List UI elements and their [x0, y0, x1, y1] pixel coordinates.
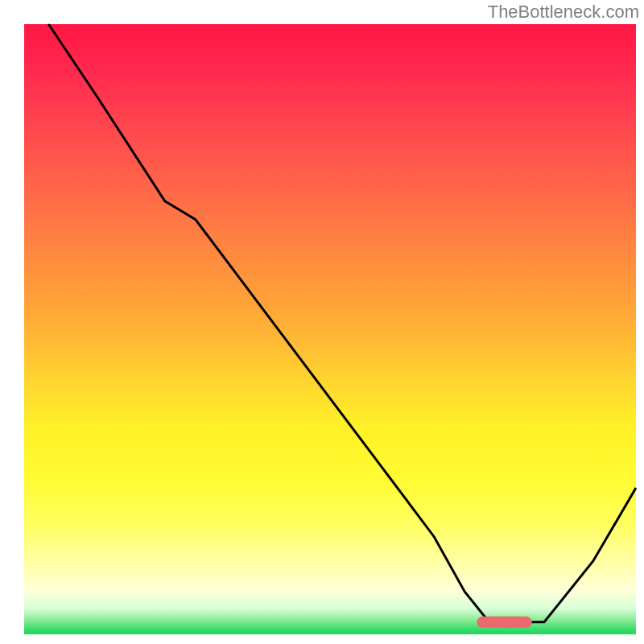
optimal-range-marker: [477, 617, 531, 628]
watermark-text: TheBottleneck.com: [488, 2, 639, 23]
gradient-background: [24, 24, 636, 634]
chart-stage: TheBottleneck.com: [0, 0, 644, 644]
bottleneck-chart-svg: [0, 0, 644, 644]
